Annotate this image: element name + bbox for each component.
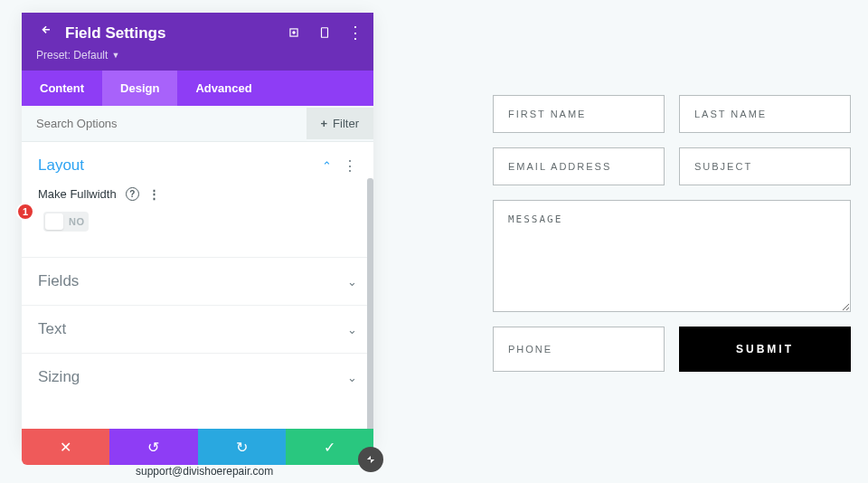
more-icon[interactable]: ⋮ [348,25,363,40]
footer-actions: ✕ ↺ ↻ ✓ [22,429,373,465]
redo-icon: ↻ [236,439,248,456]
search-input[interactable] [36,106,307,141]
email-field[interactable] [493,147,665,185]
fullwidth-toggle[interactable]: NO [43,212,89,232]
section-fields-head[interactable]: Fields ⌄ [38,272,357,290]
cancel-button[interactable]: ✕ [22,429,109,465]
tab-design[interactable]: Design [102,71,177,106]
svg-point-1 [293,32,295,33]
option-more-icon[interactable]: ⋮ [148,187,160,201]
section-layout-head[interactable]: Layout ⌃ ⋮ [38,156,357,175]
make-fullwidth-row: Make Fullwidth ? ⋮ [38,187,357,201]
section-text-head[interactable]: Text ⌄ [38,320,357,338]
section-sizing-title: Sizing [38,368,80,386]
redo-button[interactable]: ↻ [198,429,286,465]
form-preview: SUBMIT [493,95,851,386]
chevron-down-icon: ⌄ [347,275,357,289]
message-field[interactable] [493,200,851,312]
plus-icon: + [321,117,328,130]
filter-button[interactable]: + Filter [307,108,373,139]
toggle-state: NO [69,216,85,227]
submit-button[interactable]: SUBMIT [679,327,851,372]
make-fullwidth-label: Make Fullwidth [38,187,117,201]
section-layout: Layout ⌃ ⋮ Make Fullwidth ? ⋮ NO [22,142,373,258]
section-fields-title: Fields [38,272,79,290]
check-icon: ✓ [324,439,335,456]
section-text-title: Text [38,320,66,338]
panel-title: Field Settings [65,24,165,43]
undo-icon: ↺ [147,439,159,456]
tab-content[interactable]: Content [22,71,102,106]
back-icon[interactable] [36,24,52,43]
last-name-field[interactable] [679,95,851,133]
undo-button[interactable]: ↺ [109,429,197,465]
first-name-field[interactable] [493,95,665,133]
panel-header: Field Settings Preset: Default ▼ ⋮ [22,13,373,71]
chevron-down-icon: ⌄ [347,371,357,384]
chevron-up-icon: ⌃ [322,159,332,173]
section-sizing: Sizing ⌄ [22,354,373,401]
filter-label: Filter [333,117,359,130]
section-text: Text ⌄ [22,306,373,354]
svg-rect-2 [322,28,328,38]
toggle-knob [45,213,63,230]
drag-handle[interactable] [358,447,383,472]
search-row: + Filter [22,106,373,142]
section-layout-title: Layout [38,156,84,175]
settings-panel: Field Settings Preset: Default ▼ ⋮ Conte… [22,13,373,448]
phone-field[interactable] [493,327,665,372]
section-more-icon[interactable]: ⋮ [343,157,357,175]
expand-icon[interactable] [287,25,301,40]
subject-field[interactable] [679,147,851,185]
section-fields: Fields ⌄ [22,258,373,306]
panel-body: + Filter Layout ⌃ ⋮ Make Fullwidth ? ⋮ [22,106,373,448]
responsive-icon[interactable] [317,25,332,40]
support-email: support@divishoerepair.com [136,465,273,478]
scrollbar[interactable] [367,178,373,448]
chevron-down-icon: ⌄ [347,323,357,336]
tabs: Content Design Advanced [22,71,373,106]
section-sizing-head[interactable]: Sizing ⌄ [38,368,357,386]
callout-badge-1: 1 [16,203,34,221]
chevron-down-icon: ▼ [111,51,119,60]
close-icon: ✕ [60,439,71,456]
help-icon[interactable]: ? [126,187,139,201]
tab-advanced[interactable]: Advanced [177,71,269,106]
preset-selector[interactable]: Preset: Default ▼ [36,49,359,62]
preset-label: Preset: Default [36,49,108,62]
